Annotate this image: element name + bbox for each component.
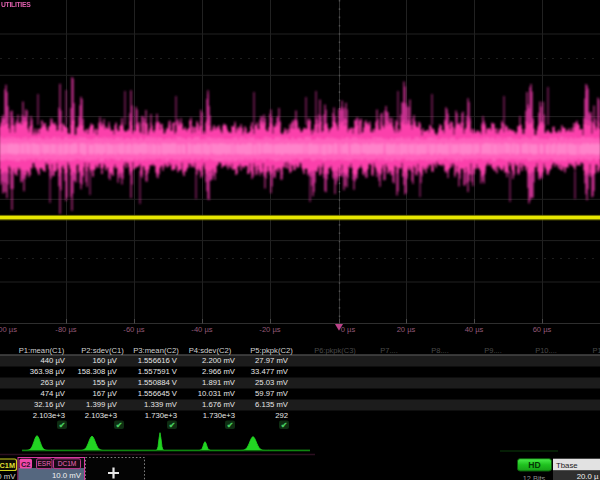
svg-text:1.730e+3: 1.730e+3 <box>203 411 235 420</box>
svg-text:00 µs: 00 µs <box>0 325 17 334</box>
svg-text:20 µs: 20 µs <box>397 325 416 334</box>
svg-text:440 µV: 440 µV <box>40 356 65 365</box>
svg-text:33.477 mV: 33.477 mV <box>251 367 289 376</box>
svg-text:✔: ✔ <box>281 421 288 430</box>
svg-text:HD: HD <box>528 460 540 470</box>
svg-text:C1M: C1M <box>0 461 15 470</box>
svg-text:ESR: ESR <box>37 460 51 467</box>
svg-text:12 Bits: 12 Bits <box>523 474 546 480</box>
svg-text:-20 µs: -20 µs <box>259 325 280 334</box>
svg-text:263 µV: 263 µV <box>40 378 65 387</box>
svg-text:158.308 µV: 158.308 µV <box>78 367 118 376</box>
svg-text:1.556645 V: 1.556645 V <box>138 389 178 398</box>
svg-text:2.103e+3: 2.103e+3 <box>85 411 117 420</box>
svg-text:DC1M: DC1M <box>58 460 77 467</box>
svg-text:363.98 µV: 363.98 µV <box>30 367 66 376</box>
svg-text:1.676 mV: 1.676 mV <box>202 400 236 409</box>
svg-text:P1: P1 <box>592 346 600 355</box>
svg-text:155 µV: 155 µV <box>92 378 117 387</box>
svg-text:P10....: P10.... <box>535 346 557 355</box>
svg-text:6.135 mV: 6.135 mV <box>255 400 289 409</box>
svg-text:P1:mean(C1): P1:mean(C1) <box>19 346 65 355</box>
svg-text:1.339 mV: 1.339 mV <box>144 400 178 409</box>
svg-text:1.891 mV: 1.891 mV <box>202 378 236 387</box>
svg-text:0 µs: 0 µs <box>341 325 356 334</box>
svg-text:2.966 mV: 2.966 mV <box>202 367 236 376</box>
svg-text:160 µV: 160 µV <box>92 356 117 365</box>
svg-text:P3:mean(C2): P3:mean(C2) <box>133 346 179 355</box>
svg-text:60 µs: 60 µs <box>533 325 552 334</box>
svg-text:1.730e+3: 1.730e+3 <box>145 411 177 420</box>
svg-text:40 µs: 40 µs <box>465 325 484 334</box>
svg-text:59.97 mV: 59.97 mV <box>255 389 289 398</box>
svg-text:1.399 µV: 1.399 µV <box>86 400 118 409</box>
svg-text:167 µV: 167 µV <box>92 389 117 398</box>
svg-text:Tbase: Tbase <box>556 461 578 470</box>
svg-text:-60 µs: -60 µs <box>123 325 144 334</box>
svg-text:10.0 mV: 10.0 mV <box>52 471 82 480</box>
svg-text:P6:pkpk(C3): P6:pkpk(C3) <box>314 346 356 355</box>
svg-text:-40 µs: -40 µs <box>191 325 212 334</box>
svg-text:20.0 µ: 20.0 µ <box>577 472 599 480</box>
svg-text:P7....: P7.... <box>380 346 398 355</box>
svg-text:C2: C2 <box>21 460 30 469</box>
svg-text:UTILITIES: UTILITIES <box>1 1 31 8</box>
svg-text:✔: ✔ <box>227 421 234 430</box>
svg-text:✔: ✔ <box>59 421 66 430</box>
svg-text:P8....: P8.... <box>431 346 449 355</box>
svg-text:✔: ✔ <box>116 421 123 430</box>
svg-text:1.556616 V: 1.556616 V <box>138 356 178 365</box>
svg-text:1.557591 V: 1.557591 V <box>138 367 178 376</box>
svg-text:P5:pkpk(C2): P5:pkpk(C2) <box>250 346 293 355</box>
svg-text:-80 µs: -80 µs <box>55 325 76 334</box>
svg-text:1.550884 V: 1.550884 V <box>138 378 178 387</box>
svg-text:27.97 mV: 27.97 mV <box>255 356 289 365</box>
svg-text:P2:sdev(C1): P2:sdev(C1) <box>81 346 124 355</box>
svg-text:2.103e+3: 2.103e+3 <box>33 411 65 420</box>
svg-text:0 mV: 0 mV <box>0 472 16 480</box>
svg-text:P4:sdev(C2): P4:sdev(C2) <box>189 346 232 355</box>
svg-text:P9....: P9.... <box>484 346 502 355</box>
svg-text:474 µV: 474 µV <box>40 389 65 398</box>
svg-text:32.16 µV: 32.16 µV <box>34 400 66 409</box>
svg-text:2.200 mV: 2.200 mV <box>202 356 236 365</box>
svg-text:292: 292 <box>275 411 288 420</box>
svg-text:10.031 mV: 10.031 mV <box>198 389 236 398</box>
svg-text:✔: ✔ <box>169 421 176 430</box>
svg-text:25.03 mV: 25.03 mV <box>255 378 289 387</box>
